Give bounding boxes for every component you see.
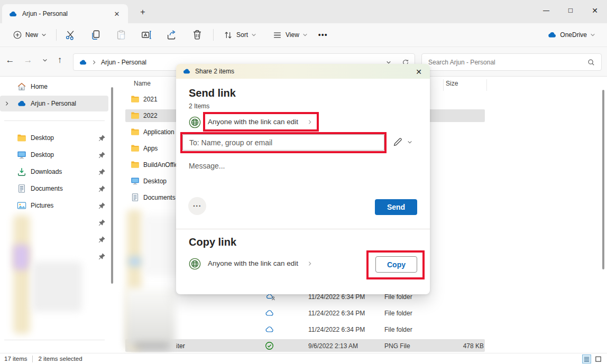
file-type: PNG File: [384, 342, 410, 350]
status-separator: [32, 356, 33, 362]
monitor-icon: [17, 150, 26, 160]
globe-icon: [189, 258, 201, 270]
column-header-size[interactable]: Size: [446, 80, 458, 87]
navigation-pane: Home Arjun - Personal Desktop Desktop Do…: [0, 77, 112, 353]
sidebar-item-label: Arjun - Personal: [31, 100, 76, 107]
chevron-right-icon[interactable]: [4, 101, 10, 106]
copy-button[interactable]: [85, 26, 106, 44]
blurred-content: [13, 215, 30, 334]
onedrive-icon: [17, 99, 26, 108]
file-name: BuildAnOffic: [143, 161, 178, 169]
new-tab-button[interactable]: +: [136, 6, 149, 18]
pin-icon: [98, 185, 106, 192]
chevron-right-icon: [91, 60, 97, 65]
view-button[interactable]: View: [269, 26, 311, 44]
message-input[interactable]: Message...: [189, 162, 225, 170]
globe-icon: [189, 116, 201, 128]
sidebar-item-label: Pictures: [31, 202, 53, 209]
sort-button[interactable]: Sort: [220, 26, 260, 44]
share-icon: [166, 29, 178, 41]
column-header-name[interactable]: Name: [134, 80, 151, 87]
rename-button[interactable]: [136, 26, 157, 44]
forward-button[interactable]: →: [20, 52, 36, 68]
sidebar-item-onedrive[interactable]: Arjun - Personal: [0, 96, 108, 111]
column-separator[interactable]: [443, 79, 444, 91]
sidebar-scrollbar[interactable]: [111, 87, 113, 284]
see-more-button[interactable]: •••: [314, 26, 332, 44]
chevron-right-icon: [307, 261, 312, 266]
pencil-icon[interactable]: [393, 137, 402, 147]
folder-icon: [131, 127, 140, 136]
details-view-button[interactable]: [582, 354, 591, 363]
onedrive-sync-button[interactable]: OneDrive: [543, 26, 600, 44]
rename-icon: [141, 29, 152, 41]
file-row[interactable]: 11/24/2022 6:34 PM File folder: [119, 321, 607, 338]
file-list-scrollbar[interactable]: [602, 90, 604, 269]
new-button[interactable]: New: [8, 26, 51, 44]
file-row-selected[interactable]: iter 9/6/2022 2:13 AM PNG File 478 KB: [119, 338, 607, 354]
send-button[interactable]: Send: [375, 199, 417, 215]
pin-icon: [98, 202, 106, 209]
file-size: 478 KB: [442, 342, 484, 350]
onedrive-label: OneDrive: [560, 31, 587, 39]
share-dialog: Share 2 items ✕ Send link 2 Items Anyone…: [176, 64, 430, 294]
pin-icon: [98, 236, 106, 243]
details-view-icon: [583, 355, 591, 363]
copy-link-heading: Copy link: [189, 236, 236, 248]
ellipsis-icon: •••: [318, 31, 328, 39]
sidebar-separator: [4, 340, 105, 340]
up-button[interactable]: ↑: [52, 52, 68, 68]
paste-button[interactable]: [111, 26, 132, 44]
chevron-down-icon[interactable]: [407, 139, 412, 145]
dialog-close-button[interactable]: ✕: [414, 67, 424, 77]
folder-icon: [131, 160, 140, 169]
file-name: 2022: [143, 112, 158, 119]
share-dialog-title: Share 2 items: [195, 68, 234, 75]
tab-title: Arjun - Personal: [22, 10, 106, 17]
sidebar-item-home[interactable]: Home: [0, 79, 108, 95]
toolbar-separator: [56, 29, 57, 41]
explorer-tab[interactable]: Arjun - Personal ✕: [2, 4, 128, 23]
pin-icon: [98, 151, 106, 158]
column-separator[interactable]: [486, 79, 487, 91]
recent-locations-button[interactable]: [37, 52, 53, 68]
sidebar-item-downloads[interactable]: Downloads: [0, 164, 108, 180]
share-button[interactable]: [161, 26, 182, 44]
search-input[interactable]: Search Arjun - Personal: [421, 53, 602, 71]
blurred-content: [32, 262, 82, 312]
close-button[interactable]: ✕: [583, 0, 607, 21]
thumbnail-view-button[interactable]: [594, 354, 603, 363]
sidebar-item-label: Home: [31, 83, 48, 90]
tab-close-button[interactable]: ✕: [111, 8, 123, 20]
sidebar-item-label: Desktop: [31, 151, 54, 158]
toolbar-separator: [213, 29, 214, 41]
share-dialog-header: Share 2 items: [176, 64, 430, 79]
sidebar-item-pictures[interactable]: Pictures: [0, 198, 108, 213]
file-name: Apps: [143, 145, 158, 152]
copy-icon: [90, 29, 102, 41]
onedrive-icon: [79, 58, 87, 67]
copy-link-permission-button[interactable]: Anyone with the link can edit: [208, 259, 298, 267]
delete-button[interactable]: [187, 26, 208, 44]
sidebar-item-desktop-2[interactable]: Desktop: [0, 147, 108, 163]
file-type: File folder: [384, 310, 412, 317]
maximize-button[interactable]: ☐: [558, 0, 583, 21]
onedrive-icon: [182, 67, 191, 76]
cut-button[interactable]: [60, 26, 81, 44]
file-row[interactable]: 11/24/2022 6:34 PM File folder: [119, 305, 607, 321]
thumbnail-view-icon: [594, 355, 602, 363]
sidebar-separator: [4, 120, 105, 121]
minimize-button[interactable]: —: [534, 0, 558, 21]
document-icon: [17, 184, 26, 193]
send-link-heading: Send link: [189, 87, 236, 99]
file-type: File folder: [384, 293, 412, 301]
breadcrumb-item[interactable]: Arjun - Personal: [101, 59, 146, 66]
sidebar-item-desktop[interactable]: Desktop: [0, 130, 108, 146]
more-options-button[interactable]: ...: [188, 197, 206, 215]
sidebar-item-documents[interactable]: Documents: [0, 181, 108, 197]
back-button[interactable]: ←: [2, 52, 18, 68]
new-label: New: [25, 31, 38, 39]
file-explorer-window: Arjun - Personal ✕ + — ☐ ✕ New Sort: [0, 0, 607, 364]
blurred-content: [13, 245, 29, 270]
blurred-content: [128, 256, 141, 267]
